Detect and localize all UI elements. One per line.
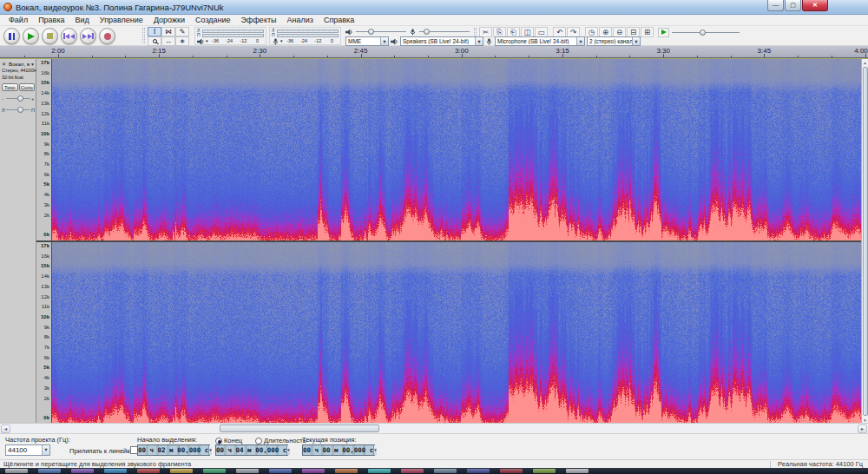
menu-управление[interactable]: Управление bbox=[95, 15, 148, 25]
spectrogram-right-channel[interactable] bbox=[52, 242, 861, 424]
taskbar-item[interactable] bbox=[170, 469, 193, 473]
output-volume-slider[interactable] bbox=[356, 28, 406, 36]
maximize-button[interactable]: ▢ bbox=[785, 0, 801, 11]
scroll-left-arrow[interactable]: ◂ bbox=[1, 425, 10, 433]
recording-channels-select[interactable]: 2 (стерео) канал▼ bbox=[587, 36, 641, 46]
frequency-label: 5k bbox=[43, 365, 49, 370]
selection-start-field[interactable]: 00 ч 02 м 00,000 с▾ bbox=[137, 444, 210, 456]
timeshift-tool[interactable]: ↔ bbox=[161, 36, 175, 46]
solo-button[interactable]: Соло bbox=[19, 83, 36, 91]
track-control-panel: ✕ Вокал, вид ▼ Стерео, 44100Hz 32-bit fl… bbox=[0, 59, 36, 424]
draw-tool[interactable]: ✎ bbox=[175, 27, 189, 36]
project-rate-select[interactable]: 44100▼ bbox=[5, 444, 50, 456]
playback-speed-slider[interactable] bbox=[672, 29, 740, 36]
menu-создание[interactable]: Создание bbox=[190, 15, 236, 25]
pan-right-label: П bbox=[31, 107, 35, 114]
gain-slider[interactable] bbox=[6, 95, 30, 102]
track-format-info: Стерео, 44100Hz bbox=[2, 68, 35, 75]
play-at-speed-button[interactable] bbox=[658, 28, 669, 37]
scroll-up-arrow[interactable]: ▴ bbox=[862, 59, 868, 66]
menu-анализ[interactable]: Анализ bbox=[282, 15, 319, 25]
menu-эффекты[interactable]: Эффекты bbox=[236, 15, 282, 25]
frequency-label: 2k bbox=[44, 396, 49, 401]
zoom-tool[interactable] bbox=[148, 36, 161, 46]
taskbar-item[interactable] bbox=[104, 469, 127, 473]
selection-tool[interactable]: I bbox=[148, 27, 161, 36]
menu-справка[interactable]: Справка bbox=[319, 15, 359, 25]
taskbar-item[interactable] bbox=[467, 469, 490, 473]
menu-правка[interactable]: Правка bbox=[33, 15, 69, 25]
vertical-scrollbar[interactable]: ▴ ▾ bbox=[861, 59, 868, 424]
taskbar-item[interactable] bbox=[137, 469, 160, 473]
timeline-minor-tick bbox=[697, 56, 698, 57]
timeline-minor-tick bbox=[529, 56, 529, 57]
frequency-ruler-left-channel[interactable]: 17k16k15k14k13k12k11k10k9k8k7k6k5k4k3k2k… bbox=[36, 59, 52, 240]
taskbar-item[interactable] bbox=[533, 469, 556, 473]
taskbar-item[interactable] bbox=[335, 469, 358, 473]
timeline-label: 4:00 bbox=[854, 47, 868, 55]
audio-host-select[interactable]: MME▼ bbox=[345, 36, 389, 46]
vertical-scroll-thumb[interactable] bbox=[863, 67, 868, 416]
skip-start-button[interactable] bbox=[61, 28, 77, 44]
tools-toolbar: I⋈✎↔∗ bbox=[148, 27, 189, 46]
track-menu-arrow-icon[interactable]: ▼ bbox=[30, 62, 35, 67]
spectrogram-left-channel[interactable] bbox=[52, 59, 861, 240]
timeline-ruler[interactable]: 2:002:152:302:453:003:153:303:454:00 bbox=[0, 46, 868, 58]
meter-dropdown-arrow-icon[interactable]: ▾ bbox=[206, 38, 208, 43]
stop-button[interactable] bbox=[42, 28, 58, 44]
taskbar-item[interactable] bbox=[203, 469, 226, 473]
track-close-icon[interactable]: ✕ bbox=[2, 61, 8, 68]
output-meter[interactable]: ЛП▾-36-24-120 bbox=[194, 27, 266, 45]
taskbar-item[interactable] bbox=[566, 469, 589, 473]
taskbar-item[interactable] bbox=[302, 469, 325, 473]
selection-end-radio[interactable]: Конец bbox=[215, 437, 242, 444]
mute-button[interactable]: Тихо bbox=[2, 83, 18, 91]
skip-end-button[interactable] bbox=[80, 28, 96, 44]
frequency-label: 0k bbox=[43, 415, 49, 420]
taskbar-item[interactable] bbox=[269, 469, 292, 473]
toolbar-grip[interactable] bbox=[142, 28, 145, 43]
selection-length-radio[interactable]: Длительность bbox=[255, 437, 306, 444]
menu-вид[interactable]: Вид bbox=[70, 15, 95, 25]
frequency-label: 13k bbox=[41, 284, 49, 289]
taskbar-item[interactable] bbox=[401, 469, 424, 473]
multi-tool[interactable]: ∗ bbox=[175, 36, 189, 46]
timeline-label: 2:15 bbox=[152, 47, 166, 55]
current-position-field[interactable]: 00 ч 00 м 00,000 с▾ bbox=[302, 444, 375, 456]
fit-project-button[interactable]: ⊞ bbox=[641, 27, 654, 37]
selection-end-field[interactable]: 00 ч 04 м 00,000 с▾ bbox=[215, 444, 288, 456]
pan-slider[interactable] bbox=[6, 106, 30, 114]
frequency-label: 9k bbox=[44, 142, 49, 147]
meter-dropdown-arrow-icon[interactable]: ▾ bbox=[280, 38, 283, 43]
taskbar-item[interactable] bbox=[38, 469, 61, 473]
taskbar-item[interactable] bbox=[236, 469, 259, 473]
pause-button[interactable] bbox=[3, 28, 20, 44]
envelope-tool[interactable]: ⋈ bbox=[161, 27, 175, 36]
status-bar: Щёлкните и перетащите для выделения звук… bbox=[0, 459, 868, 468]
scroll-right-arrow[interactable]: ▸ bbox=[858, 425, 867, 433]
frequency-label: 10k bbox=[41, 314, 49, 319]
menu-дорожки[interactable]: Дорожки bbox=[148, 15, 190, 25]
taskbar-item[interactable] bbox=[368, 469, 391, 473]
record-button[interactable] bbox=[99, 28, 115, 44]
playback-device-select[interactable]: Speakers (SB Live! 24-bit)▼ bbox=[400, 36, 483, 46]
recording-device-select[interactable]: Microphone (SB Live! 24-bit)▼ bbox=[495, 36, 585, 46]
horizontal-scroll-thumb[interactable] bbox=[220, 425, 379, 432]
taskbar-item[interactable] bbox=[5, 469, 28, 473]
frequency-ruler-right-channel[interactable]: 17k16k15k14k13k12k11k10k9k8k7k6k5k4k3k2k… bbox=[36, 242, 52, 424]
frequency-label: 5k bbox=[43, 181, 49, 187]
taskbar-item[interactable] bbox=[500, 469, 523, 473]
close-button[interactable]: ✕ bbox=[802, 0, 828, 11]
timeline-label: 2:45 bbox=[354, 47, 368, 55]
taskbar-item[interactable] bbox=[434, 469, 457, 473]
gain-min-label: - bbox=[2, 95, 5, 102]
input-meter[interactable]: ЛП▾-36-24-120 bbox=[269, 27, 341, 45]
menu-файл[interactable]: Файл bbox=[3, 15, 33, 25]
play-button[interactable] bbox=[23, 28, 39, 44]
transport-toolbar bbox=[3, 27, 115, 45]
minimize-button[interactable]: — bbox=[767, 0, 784, 11]
input-volume-slider[interactable] bbox=[419, 28, 470, 36]
taskbar-item[interactable] bbox=[71, 469, 94, 473]
track-name[interactable]: Вокал, вид bbox=[9, 61, 30, 67]
horizontal-scrollbar[interactable]: ◂ ▸ bbox=[0, 423, 868, 433]
